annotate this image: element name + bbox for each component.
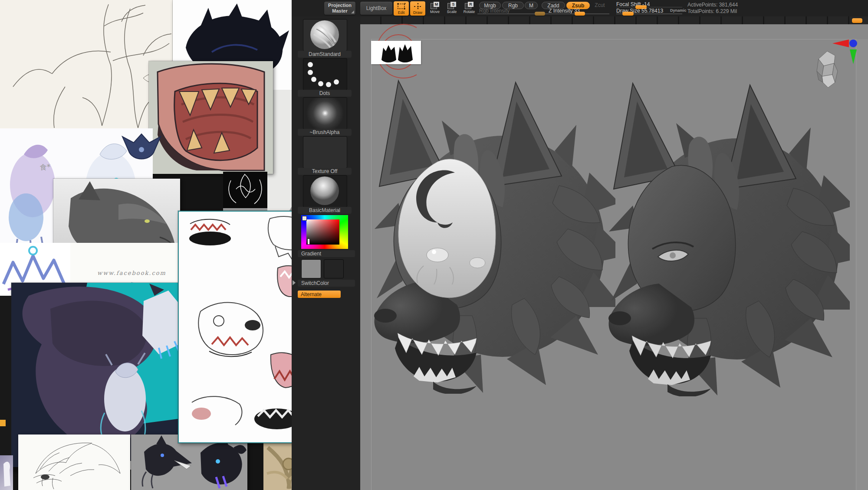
m-label: M: [529, 3, 533, 9]
scale-button[interactable]: S Scale: [444, 2, 460, 14]
edit-transform-icon: [397, 3, 406, 10]
z-intensity-slider-handle[interactable]: [575, 12, 585, 16]
zbrush-app: 食*: [0, 0, 868, 490]
lightbox-label: LightBox: [366, 5, 387, 11]
orange-sliver: [0, 420, 6, 426]
wolf-silhouettes: [371, 41, 421, 64]
reference-image-lavender-figure[interactable]: [0, 455, 13, 490]
color-picker-gradient[interactable]: [301, 215, 348, 249]
reference-board: 食*: [0, 0, 292, 490]
move-icon-letter: M: [434, 2, 439, 7]
brush-label-damstandard[interactable]: DamStandard: [298, 51, 352, 58]
tray-divider-handle[interactable]: [852, 18, 862, 23]
wolf-sculpt-left[interactable]: [372, 73, 615, 394]
texture-label-off[interactable]: Texture Off: [298, 168, 352, 175]
zcut-button[interactable]: Zcut: [591, 2, 608, 8]
zcut-label: Zcut: [595, 2, 605, 8]
switchcolor-button[interactable]: SwitchColor: [298, 280, 355, 287]
ink-lines: [223, 172, 267, 208]
alternate-button[interactable]: Alternate: [298, 291, 341, 298]
silhouette-thumbnail[interactable]: [371, 41, 421, 64]
projection-master-button[interactable]: Projection Master: [324, 2, 355, 15]
scale-icon: S: [447, 2, 456, 9]
tray-divider-row: [360, 16, 868, 24]
color-label-gradient[interactable]: Gradient: [298, 250, 355, 257]
tool-shelf: DamStandard Dots ~BrushAlpha Texture Off…: [292, 16, 361, 490]
rotate-icon-letter: R: [468, 2, 473, 7]
material-thumbnail-basicmaterial[interactable]: [303, 175, 347, 207]
scale-label: Scale: [447, 10, 457, 14]
color-picker-cursor: [307, 238, 310, 245]
reference-image-wolf-studies-selected[interactable]: [178, 211, 292, 443]
jaw-drawing: [149, 61, 273, 174]
m-button[interactable]: M: [525, 2, 538, 9]
facebook-url-text: www.facebook.com: [97, 270, 166, 276]
brush-thumbnail-damstandard[interactable]: [303, 19, 347, 51]
move-button[interactable]: M Move: [427, 2, 443, 14]
focal-shift-slider[interactable]: [616, 7, 682, 7]
rgb-label: Rgb: [508, 3, 518, 9]
reference-image-kindred-pencil-sketch[interactable]: [0, 0, 174, 129]
rotate-icon: R: [465, 2, 473, 9]
draw-crosshair-icon: [414, 3, 422, 10]
document-border-top: [371, 39, 868, 39]
move-label: Move: [430, 10, 440, 14]
stroke-label-dots[interactable]: Dots: [298, 90, 352, 97]
color-picker-marker: [302, 216, 307, 221]
draw-label: Draw: [413, 10, 422, 15]
reference-image-bw-ink-drawing[interactable]: [223, 172, 267, 211]
wolf-mask-drawing: [121, 132, 162, 167]
pencil-sketch-drawing: [0, 0, 174, 129]
secondary-color-swatch[interactable]: [324, 259, 344, 278]
document-border-left: [371, 39, 372, 490]
projection-master-label: Projection Master: [325, 3, 355, 14]
reference-image-wolf-mask-sketch[interactable]: [121, 132, 162, 167]
reference-image-rope-photo[interactable]: [263, 443, 292, 490]
sculpt-canvas[interactable]: [360, 16, 868, 490]
rotate-button[interactable]: R Rotate: [461, 2, 477, 14]
y-axis-arrow-icon: [850, 49, 857, 64]
edit-label: Edit: [398, 10, 405, 15]
hairy-wolf-drawing: [18, 434, 130, 490]
rgb-intensity-label: Rgb Intensity: [479, 8, 510, 14]
total-points-readout: TotalPoints: 6.229 Mil: [687, 8, 737, 14]
z-axis-dot-icon: [849, 39, 857, 47]
alpha-label-brushalpha[interactable]: ~BrushAlpha: [298, 129, 352, 136]
main-color-swatch[interactable]: [301, 259, 321, 278]
alternate-label: Alternate: [301, 291, 322, 297]
material-label-basicmaterial[interactable]: BasicMaterial: [298, 207, 352, 214]
dynamic-label[interactable]: Dynamic: [670, 8, 687, 13]
scale-icon-letter: S: [450, 2, 456, 7]
reference-image-jaw-closeup[interactable]: [149, 61, 273, 174]
svg-text:食*: 食*: [40, 163, 50, 171]
edit-button[interactable]: Edit: [394, 1, 409, 16]
texture-thumbnail-off[interactable]: [303, 136, 347, 168]
rgb-intensity-slider-handle[interactable]: [535, 12, 545, 16]
polyframe-head-preview[interactable]: [815, 46, 842, 91]
alpha-thumbnail-brushalpha[interactable]: [303, 97, 347, 129]
document-right-margin: [856, 39, 868, 490]
top-toolbar: Projection Master LightBox Edit Draw M: [292, 0, 868, 17]
rotate-label: Rotate: [464, 10, 475, 14]
active-points-readout: ActivePoints: 381,644: [687, 2, 738, 8]
wolf-sculpt-right[interactable]: [607, 75, 850, 396]
color-picker-sv-square[interactable]: [306, 219, 339, 245]
lightbox-button[interactable]: LightBox: [360, 2, 392, 15]
reference-image-hairy-wolf-sketch[interactable]: [18, 434, 130, 490]
draw-size-slider-handle[interactable]: [622, 12, 634, 16]
draw-button[interactable]: Draw: [410, 1, 425, 16]
move-icon: M: [431, 2, 439, 9]
stroke-thumbnail-dots[interactable]: [303, 58, 347, 90]
corner-resize-icon: [351, 10, 354, 13]
shelf-expander-arrow-icon[interactable]: [293, 280, 296, 285]
wolf-studies-drawing: [179, 212, 292, 442]
rope-drawing: [263, 443, 292, 490]
